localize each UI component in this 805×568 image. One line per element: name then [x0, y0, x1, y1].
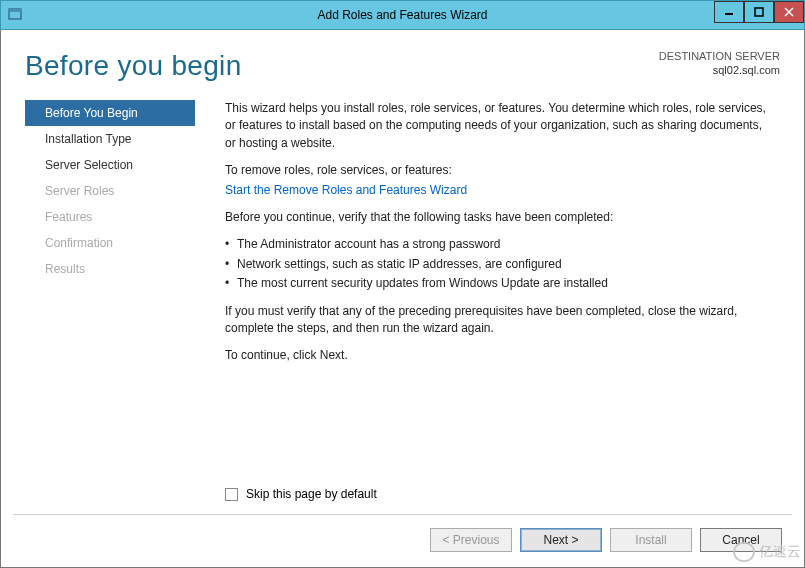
remove-wizard-link[interactable]: Start the Remove Roles and Features Wiza… [225, 183, 467, 197]
list-item: The most current security updates from W… [225, 275, 774, 292]
sidebar-item-server-selection[interactable]: Server Selection [25, 152, 195, 178]
verify-outro: If you must verify that any of the prece… [225, 303, 774, 338]
remove-prefix: To remove roles, role services, or featu… [225, 162, 774, 179]
svg-rect-3 [755, 8, 763, 16]
window-controls [714, 1, 804, 29]
skip-checkbox[interactable] [225, 488, 238, 501]
cancel-button[interactable]: Cancel [700, 528, 782, 552]
minimize-button[interactable] [714, 1, 744, 23]
sidebar: Before You Begin Installation Type Serve… [25, 100, 195, 375]
install-button: Install [610, 528, 692, 552]
footer-divider [13, 514, 792, 515]
app-icon [7, 7, 23, 23]
button-row: < Previous Next > Install Cancel [430, 528, 782, 552]
previous-button: < Previous [430, 528, 512, 552]
sidebar-item-before-you-begin[interactable]: Before You Begin [25, 100, 195, 126]
sidebar-item-server-roles: Server Roles [25, 178, 195, 204]
titlebar: Add Roles and Features Wizard [0, 0, 805, 30]
maximize-button[interactable] [744, 1, 774, 23]
header-row: Before you begin DESTINATION SERVER sql0… [25, 50, 780, 82]
intro-text: This wizard helps you install roles, rol… [225, 100, 774, 152]
skip-label: Skip this page by default [246, 487, 377, 501]
sidebar-item-results: Results [25, 256, 195, 282]
sidebar-item-confirmation: Confirmation [25, 230, 195, 256]
wizard-content: Before you begin DESTINATION SERVER sql0… [0, 30, 805, 568]
svg-rect-1 [9, 9, 21, 12]
continue-hint: To continue, click Next. [225, 347, 774, 364]
main-panel: This wizard helps you install roles, rol… [195, 100, 780, 375]
body-row: Before You Begin Installation Type Serve… [25, 100, 780, 375]
destination-label: DESTINATION SERVER [659, 50, 780, 64]
list-item: Network settings, such as static IP addr… [225, 256, 774, 273]
next-button[interactable]: Next > [520, 528, 602, 552]
skip-row: Skip this page by default [225, 487, 377, 501]
destination-value: sql02.sql.com [659, 64, 780, 78]
prereq-list: The Administrator account has a strong p… [225, 236, 774, 292]
sidebar-item-installation-type[interactable]: Installation Type [25, 126, 195, 152]
destination-block: DESTINATION SERVER sql02.sql.com [659, 50, 780, 78]
list-item: The Administrator account has a strong p… [225, 236, 774, 253]
verify-intro: Before you continue, verify that the fol… [225, 209, 774, 226]
window-title: Add Roles and Features Wizard [317, 8, 487, 22]
close-button[interactable] [774, 1, 804, 23]
sidebar-item-features: Features [25, 204, 195, 230]
page-title: Before you begin [25, 50, 242, 82]
